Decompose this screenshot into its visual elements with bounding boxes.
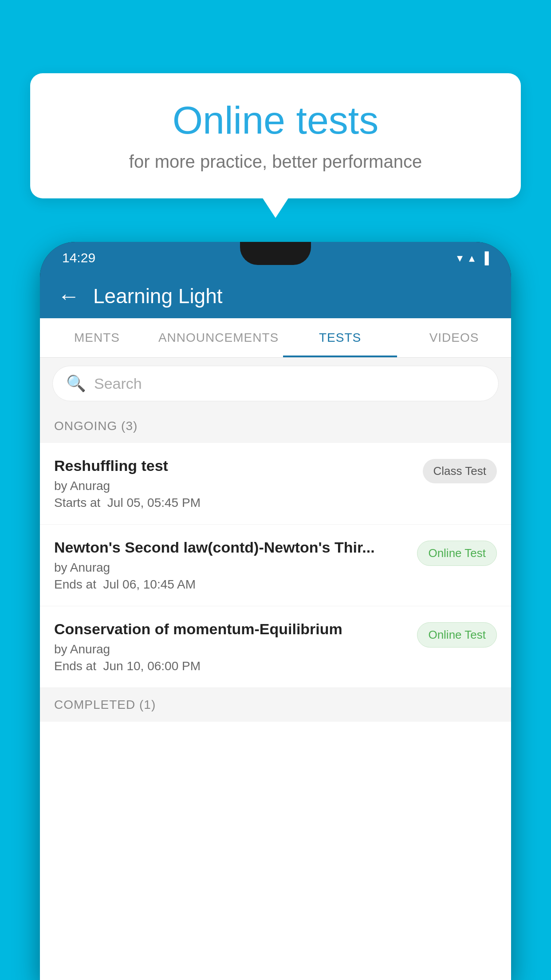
promo-title: Online tests: [57, 98, 494, 143]
phone-notch: [240, 242, 311, 265]
search-container: 🔍 Search: [40, 358, 511, 409]
promo-subtitle: for more practice, better performance: [57, 152, 494, 172]
test-title: Newton's Second law(contd)-Newton's Thir…: [54, 539, 408, 556]
test-author: by Anurag: [54, 479, 414, 493]
tab-videos[interactable]: VIDEOS: [397, 318, 511, 357]
tab-bar: MENTS ANNOUNCEMENTS TESTS VIDEOS: [40, 318, 511, 358]
phone-screen: MENTS ANNOUNCEMENTS TESTS VIDEOS 🔍 Searc…: [40, 318, 511, 980]
test-date: Ends at Jun 10, 06:00 PM: [54, 659, 408, 673]
test-badge: Online Test: [417, 622, 497, 648]
app-title: Learning Light: [93, 284, 223, 308]
ongoing-section-header: ONGOING (3): [40, 409, 511, 443]
wifi-icon: ▾: [457, 251, 463, 265]
signal-icon: ▴: [469, 251, 475, 265]
search-icon: 🔍: [66, 374, 86, 393]
test-author: by Anurag: [54, 642, 408, 656]
promo-card: Online tests for more practice, better p…: [30, 73, 521, 198]
back-button[interactable]: ←: [58, 283, 80, 309]
app-bar: ← Learning Light: [40, 274, 511, 318]
test-title: Reshuffling test: [54, 457, 414, 474]
test-item[interactable]: Conservation of momentum-Equilibrium by …: [40, 606, 511, 688]
battery-icon: ▐: [481, 251, 489, 265]
search-input[interactable]: Search: [94, 375, 142, 392]
status-icons: ▾ ▴ ▐: [457, 251, 489, 265]
status-time: 14:29: [62, 250, 95, 265]
tab-announcements[interactable]: ANNOUNCEMENTS: [154, 318, 283, 357]
test-title: Conservation of momentum-Equilibrium: [54, 620, 408, 638]
search-bar[interactable]: 🔍 Search: [52, 366, 499, 401]
test-badge: Class Test: [423, 459, 497, 483]
test-info: Newton's Second law(contd)-Newton's Thir…: [54, 539, 417, 592]
test-item[interactable]: Newton's Second law(contd)-Newton's Thir…: [40, 525, 511, 606]
test-author: by Anurag: [54, 561, 408, 575]
tab-tests[interactable]: TESTS: [283, 318, 397, 357]
test-badge: Online Test: [417, 541, 497, 566]
test-date: Ends at Jul 06, 10:45 AM: [54, 577, 408, 592]
test-info: Reshuffling test by Anurag Starts at Jul…: [54, 457, 423, 510]
phone-frame: 14:29 ▾ ▴ ▐ ← Learning Light MENTS ANNOU…: [40, 242, 511, 980]
completed-section-header: COMPLETED (1): [40, 688, 511, 722]
status-bar: 14:29 ▾ ▴ ▐: [40, 242, 511, 274]
test-info: Conservation of momentum-Equilibrium by …: [54, 620, 417, 673]
tab-ments[interactable]: MENTS: [40, 318, 154, 357]
test-item[interactable]: Reshuffling test by Anurag Starts at Jul…: [40, 443, 511, 525]
test-date: Starts at Jul 05, 05:45 PM: [54, 496, 414, 510]
